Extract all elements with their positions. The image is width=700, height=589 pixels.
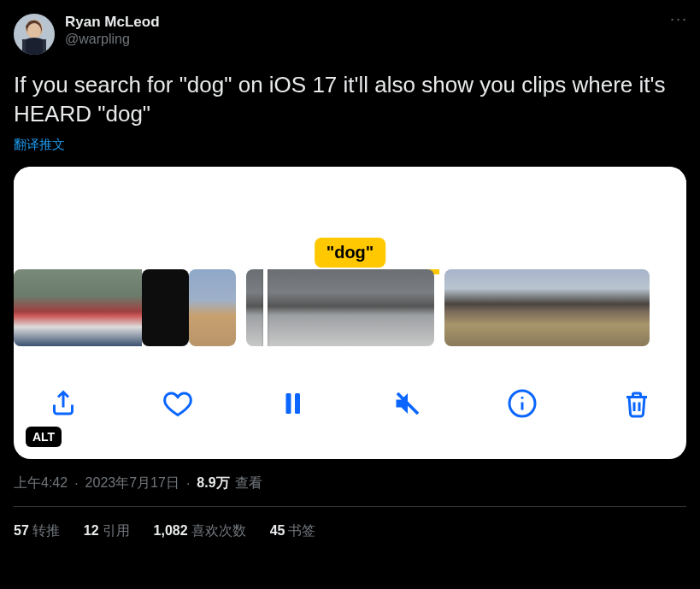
meta-separator: · <box>186 476 190 492</box>
clip-thumbnail <box>246 269 293 346</box>
author-names: Ryan McLeod @warpling <box>65 14 160 48</box>
avatar-image <box>14 14 55 55</box>
clip-group-3 <box>444 269 650 346</box>
clip-thumbnail <box>615 269 650 346</box>
bookmarks-count: 45 <box>270 523 285 538</box>
svg-rect-4 <box>286 393 291 414</box>
svg-point-2 <box>27 23 41 38</box>
alt-badge[interactable]: ALT <box>26 427 62 447</box>
trash-button[interactable] <box>618 385 656 422</box>
clip-thumbnail <box>479 269 513 346</box>
views-count: 8.9万 <box>197 474 229 492</box>
media-top-area: "dog" <box>14 167 686 269</box>
clip-thumbnail <box>95 269 142 346</box>
display-name[interactable]: Ryan McLeod <box>65 14 160 31</box>
bookmarks-stat[interactable]: 45书签 <box>270 522 316 540</box>
quotes-count: 12 <box>84 523 99 538</box>
clip-thumbnail <box>387 269 434 346</box>
info-icon <box>507 388 538 419</box>
like-button[interactable] <box>159 385 197 422</box>
clip-thumbnail <box>340 269 387 346</box>
pause-icon <box>277 388 308 419</box>
clip-thumbnail <box>293 269 340 346</box>
clip-thumbnail <box>444 269 479 346</box>
clip-thumbnail <box>581 269 615 346</box>
quotes-label: 引用 <box>103 523 130 538</box>
info-button[interactable] <box>503 385 541 422</box>
clip-thumbnail <box>513 269 547 346</box>
pause-button[interactable] <box>274 385 311 422</box>
clip-thumbnail <box>189 269 236 346</box>
clip-thumbnail <box>48 269 95 346</box>
svg-point-9 <box>521 397 523 399</box>
mute-icon <box>392 388 423 419</box>
svg-rect-5 <box>295 393 300 414</box>
engagement-stats: 57转推 12引用 1,082喜欢次数 45书签 <box>14 507 686 540</box>
tweet-container: ··· Ryan McLeod @warpling If you search … <box>0 0 700 554</box>
likes-stat[interactable]: 1,082喜欢次数 <box>154 522 246 540</box>
tweet-time[interactable]: 上午4:42 <box>14 474 68 492</box>
more-options-button[interactable]: ··· <box>670 10 688 28</box>
clip-thumbnail <box>14 269 48 346</box>
clip-group-2 <box>246 269 434 346</box>
media-attachment[interactable]: "dog" <box>14 167 686 459</box>
clip-group-1 <box>14 269 236 346</box>
avatar[interactable] <box>14 14 55 55</box>
share-icon <box>48 388 79 419</box>
retweets-count: 57 <box>14 523 29 538</box>
clip-thumbnail <box>142 269 189 346</box>
meta-separator: · <box>74 476 78 492</box>
search-term-bubble: "dog" <box>315 238 386 268</box>
retweets-label: 转推 <box>32 523 60 538</box>
tweet-text: If you search for "dog" on iOS 17 it'll … <box>14 70 686 128</box>
views-label: 查看 <box>235 474 262 492</box>
quotes-stat[interactable]: 12引用 <box>84 522 130 540</box>
translate-link[interactable]: 翻译推文 <box>14 137 65 153</box>
likes-label: 喜欢次数 <box>191 523 246 538</box>
likes-count: 1,082 <box>154 523 188 538</box>
clip-thumbnail <box>547 269 581 346</box>
trash-icon <box>621 388 652 419</box>
playhead[interactable] <box>263 269 268 346</box>
retweets-stat[interactable]: 57转推 <box>14 522 60 540</box>
tweet-meta: 上午4:42 · 2023年7月17日 · 8.9万 查看 <box>14 474 686 492</box>
share-button[interactable] <box>44 385 82 422</box>
tweet-date[interactable]: 2023年7月17日 <box>85 474 179 492</box>
video-timeline[interactable] <box>14 269 686 346</box>
user-handle[interactable]: @warpling <box>65 31 160 48</box>
bookmarks-label: 书签 <box>288 523 315 538</box>
media-controls <box>14 346 686 440</box>
heart-icon <box>162 388 193 419</box>
tweet-header: Ryan McLeod @warpling <box>14 14 686 55</box>
mute-button[interactable] <box>389 385 426 422</box>
